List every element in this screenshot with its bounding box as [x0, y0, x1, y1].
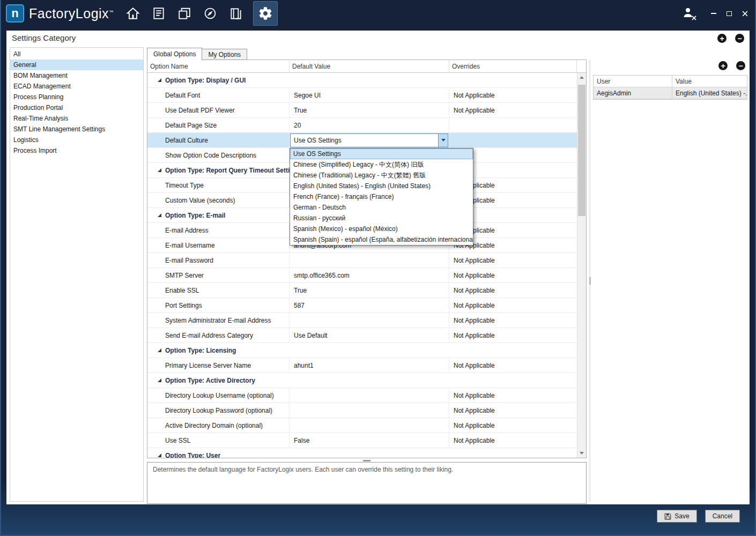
group-expander-icon[interactable] [157, 168, 162, 173]
option-name-cell: Directory Lookup Password (optional) [147, 403, 290, 418]
option-override-cell: Not Applicable [449, 298, 577, 312]
scroll-down-button[interactable] [577, 449, 586, 458]
chevron-down-icon[interactable] [438, 134, 448, 147]
materials-icon[interactable] [176, 5, 193, 22]
category-item-real-time-analysis[interactable]: Real-Time Analysis [10, 113, 143, 124]
dropdown-option-selected[interactable]: Use OS Settings [290, 148, 473, 159]
group-expander-icon[interactable] [157, 348, 162, 353]
option-row[interactable]: Port Settings 587 Not Applicable [147, 298, 577, 313]
tab-global-options[interactable]: Global Options [147, 48, 202, 61]
option-value-cell [290, 253, 449, 267]
category-item-smt-line-management[interactable]: SMT Line Management Settings [10, 124, 143, 135]
option-override-cell: Not Applicable [449, 268, 577, 282]
group-expander-icon[interactable] [157, 378, 162, 383]
option-name-cell: Primary License Server Name [147, 358, 290, 373]
group-header-row[interactable]: Option Type: Active Directory [147, 373, 577, 388]
user-signout-icon[interactable] [681, 6, 694, 21]
home-icon[interactable] [124, 5, 142, 22]
option-row[interactable]: Use SSL False Not Applicable [147, 433, 577, 448]
planning-icon[interactable] [150, 5, 167, 22]
minimize-button[interactable] [710, 10, 717, 17]
option-row[interactable]: Use Default PDF Viewer True Not Applicab… [147, 103, 577, 118]
option-name-cell: Port Settings [147, 298, 290, 312]
footer-actions: Save Cancel [657, 510, 740, 523]
group-expander-icon[interactable] [157, 453, 162, 458]
tab-my-options[interactable]: My Options [202, 49, 247, 60]
grid-header: Option Name Default Value Overrides [147, 60, 586, 73]
group-expander-icon[interactable] [157, 213, 162, 218]
dropdown-option[interactable]: Chinese (Traditional) Legacy - 中文(繁體) 舊版 [290, 170, 473, 181]
dropdown-option[interactable]: Russian - русский [290, 213, 473, 224]
column-header-value[interactable]: Value [672, 76, 747, 87]
option-row[interactable]: Directory Lookup Password (optional) Not… [147, 403, 577, 418]
category-item-production-portal[interactable]: Production Portal [10, 102, 143, 113]
option-override-cell: Not Applicable [449, 103, 577, 117]
category-item-logistics[interactable]: Logistics [10, 135, 143, 145]
option-override-cell: Not Applicable [449, 358, 577, 373]
maximize-button[interactable] [725, 10, 733, 17]
option-value-cell: Use Default [290, 328, 449, 343]
option-row-default-culture[interactable]: Default Culture Use OS Settings [147, 133, 577, 148]
category-item-process-planning[interactable]: Process Planning [10, 92, 143, 102]
option-override-cell: Not Applicable [449, 313, 577, 327]
cancel-button[interactable]: Cancel [705, 510, 740, 523]
option-name-cell: Custom Value (seconds) [147, 193, 290, 207]
option-override-cell: Not Applicable [449, 283, 577, 297]
overrides-panel: + − User Value AegisAdmin English (Unite… [593, 59, 747, 100]
option-row[interactable]: Default Font Segoe UI Not Applicable [147, 88, 577, 103]
vertical-scrollbar[interactable] [577, 73, 586, 458]
settings-category-list: All General BOM Management ECAD Manageme… [10, 47, 144, 502]
header-spacer [577, 60, 586, 72]
vertical-splitter[interactable] [589, 59, 591, 502]
override-row[interactable]: AegisAdmin English (United States) -... [594, 87, 747, 99]
category-item-process-import[interactable]: Process Import [10, 145, 143, 156]
dropdown-option[interactable]: Chinese (Simplified) Legacy - 中文(简体) 旧版 [290, 159, 473, 170]
option-name-cell: Show Option Code Descriptions [147, 148, 290, 162]
group-header-row[interactable]: Option Type: Display / GUI [147, 73, 577, 88]
remove-setting-button[interactable]: − [735, 34, 744, 43]
close-button[interactable] [741, 10, 748, 17]
option-row[interactable]: Directory Lookup Username (optional) Not… [147, 388, 577, 403]
column-header-overrides[interactable]: Overrides [449, 60, 577, 72]
group-label: Option Type: Active Directory [165, 377, 255, 384]
option-row[interactable]: Default Page Size 20 [147, 118, 577, 133]
category-item-ecad-management[interactable]: ECAD Management [10, 81, 143, 92]
option-value-cell [290, 403, 449, 418]
tracking-icon[interactable] [202, 5, 219, 22]
option-row[interactable]: Primary License Server Name ahunt1 Not A… [147, 358, 577, 373]
settings-actions: + − [717, 34, 744, 43]
group-label: Option Type: Report Query Timeout Settin… [165, 167, 301, 174]
option-row[interactable]: SMTP Server smtp.office365.com Not Appli… [147, 268, 577, 283]
documents-icon[interactable] [227, 5, 244, 22]
option-value-cell: smtp.office365.com [290, 268, 449, 282]
column-header-user[interactable]: User [594, 76, 672, 87]
scroll-up-button[interactable] [577, 73, 586, 82]
dropdown-option[interactable]: English (United States) - English (Unite… [290, 181, 473, 191]
app-title: FactoryLogix™ [29, 6, 114, 21]
remove-override-button[interactable]: − [736, 61, 745, 70]
dropdown-option[interactable]: Spanish (Mexico) - español (México) [290, 224, 473, 234]
default-culture-combobox[interactable]: Use OS Settings [290, 133, 448, 147]
column-header-option-name[interactable]: Option Name [147, 60, 290, 72]
category-item-bom-management[interactable]: BOM Management [10, 70, 143, 81]
settings-icon[interactable] [253, 1, 278, 26]
option-row[interactable]: E-mail Password Not Applicable [147, 253, 577, 268]
category-item-all[interactable]: All [10, 49, 143, 59]
option-row[interactable]: Send E-mail Address Category Use Default… [147, 328, 577, 343]
dropdown-option[interactable]: German - Deutsch [290, 202, 473, 213]
add-setting-button[interactable]: + [717, 34, 727, 43]
dropdown-option[interactable]: Spanish (Spain) - español (España, alfab… [290, 234, 473, 245]
dropdown-option[interactable]: French (France) - français (France) [290, 191, 473, 202]
option-value-cell: 20 [290, 118, 449, 132]
add-override-button[interactable]: + [718, 61, 728, 70]
option-row[interactable]: Enable SSL True Not Applicable [147, 283, 577, 298]
option-row[interactable]: Active Directory Domain (optional) Not A… [147, 418, 577, 433]
column-header-default-value[interactable]: Default Value [290, 60, 449, 72]
group-expander-icon[interactable] [157, 78, 162, 83]
save-button[interactable]: Save [657, 510, 696, 523]
group-header-row[interactable]: Option Type: User [147, 448, 577, 458]
category-item-general[interactable]: General [10, 59, 143, 70]
group-header-row[interactable]: Option Type: Licensing [147, 343, 577, 358]
scrollbar-thumb[interactable] [578, 85, 585, 216]
option-row[interactable]: System Administrator E-mail Address Not … [147, 313, 577, 328]
